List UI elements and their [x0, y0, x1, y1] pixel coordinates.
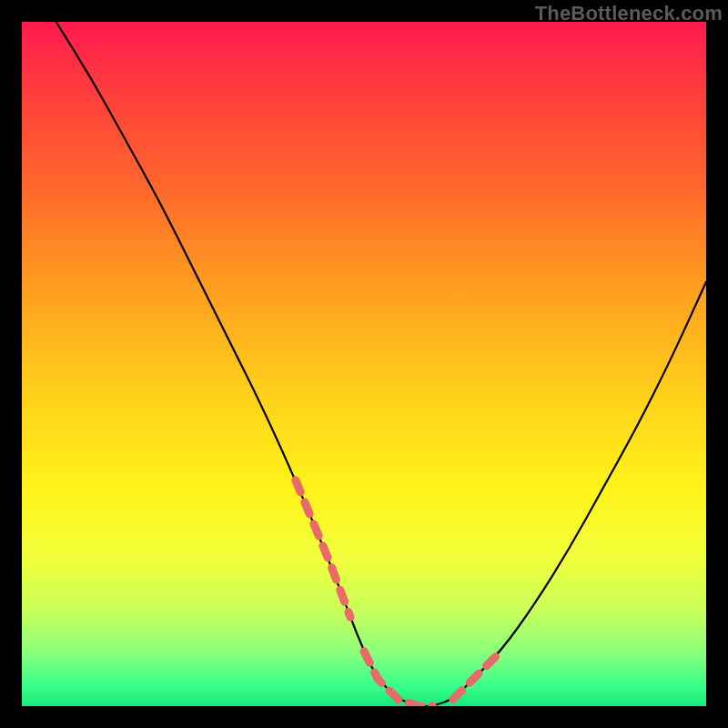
- curve-highlight-segments: [296, 480, 501, 706]
- bottleneck-curve: [22, 22, 706, 706]
- curve-main-line: [56, 22, 706, 706]
- watermark-text: TheBottleneck.com: [535, 2, 723, 25]
- chart-frame: [22, 22, 706, 706]
